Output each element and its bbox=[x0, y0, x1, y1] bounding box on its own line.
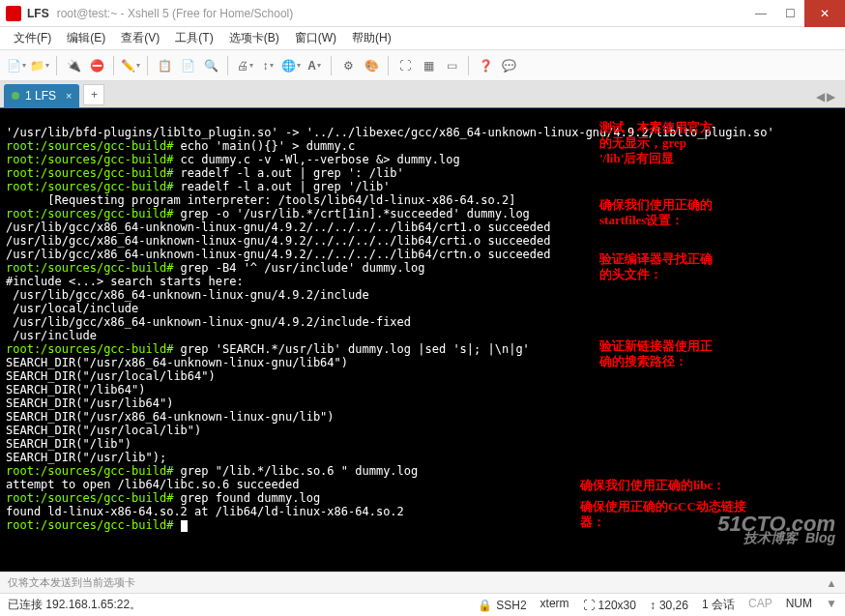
web-button[interactable]: 🌐 bbox=[280, 55, 302, 76]
add-tab-button[interactable]: + bbox=[83, 84, 104, 105]
maximize-button[interactable]: ☐ bbox=[775, 0, 804, 27]
print-button[interactable]: 🖨 bbox=[234, 55, 255, 76]
color1-button[interactable]: ⚙ bbox=[337, 55, 359, 76]
help-button[interactable]: ❓ bbox=[475, 55, 496, 76]
status-ssh: 🔒 SSH2 bbox=[478, 597, 526, 613]
annotation-2: 确保我们使用正确的 startfiles设置： bbox=[599, 197, 713, 228]
status-pos: ↕ 30,26 bbox=[650, 597, 688, 613]
tab-nav: ◀ ▶ bbox=[816, 90, 841, 107]
info-text: 仅将文本发送到当前选项卡 bbox=[8, 575, 135, 590]
status-sess: 1 会话 bbox=[702, 597, 735, 613]
annotation-3: 验证编译器寻找正确 的头文件： bbox=[599, 251, 713, 282]
menu-bar: 文件(F) 编辑(E) 查看(V) 工具(T) 选项卡(B) 窗口(W) 帮助(… bbox=[0, 27, 845, 50]
terminal[interactable]: '/usr/lib/bfd-plugins/liblto_plugin.so' … bbox=[0, 108, 845, 572]
chat-button[interactable]: 💬 bbox=[498, 55, 519, 76]
status-num: NUM bbox=[786, 597, 812, 613]
tab-label: 1 LFS bbox=[25, 89, 56, 103]
new-session-button[interactable]: 📄 bbox=[6, 55, 27, 76]
menu-view[interactable]: 查看(V) bbox=[115, 28, 165, 48]
reconnect-button[interactable]: 🔌 bbox=[63, 55, 84, 76]
color2-button[interactable]: 🎨 bbox=[361, 55, 382, 76]
menu-help[interactable]: 帮助(H) bbox=[346, 28, 397, 48]
title-app: LFS bbox=[27, 7, 49, 20]
tile-button[interactable]: ▦ bbox=[418, 55, 439, 76]
status-dot-icon bbox=[12, 92, 19, 100]
info-bar: 仅将文本发送到当前选项卡 ▲ bbox=[0, 572, 845, 593]
font-button[interactable]: A bbox=[304, 55, 325, 76]
annotation-6: 确保使用正确的GCC动态链接 器： bbox=[580, 499, 746, 530]
tab-next-icon[interactable]: ▶ bbox=[827, 90, 835, 103]
transfer-button[interactable]: ↕ bbox=[257, 55, 278, 76]
cursor bbox=[181, 520, 188, 532]
tab-prev-icon[interactable]: ◀ bbox=[816, 90, 825, 103]
toolbar: 📄 📁 🔌 ⛔ ✏️ 📋 📄 🔍 🖨 ↕ 🌐 A ⚙ 🎨 ⛶ ▦ ▭ ❓ 💬 bbox=[0, 50, 845, 81]
menu-file[interactable]: 文件(F) bbox=[8, 28, 57, 48]
tab-close-icon[interactable]: × bbox=[66, 90, 72, 102]
menu-tools[interactable]: 工具(T) bbox=[169, 28, 219, 48]
session-tab[interactable]: 1 LFS × bbox=[4, 84, 79, 107]
status-conn: 已连接 192.168.1.65:22。 bbox=[8, 597, 141, 613]
find-button[interactable]: 🔍 bbox=[200, 55, 221, 76]
status-term: xterm bbox=[540, 597, 569, 613]
minimize-button[interactable]: — bbox=[746, 0, 775, 27]
status-size: ⛶ 120x30 bbox=[583, 597, 636, 613]
scroll-down-icon[interactable]: ▼ bbox=[826, 597, 837, 613]
menu-window[interactable]: 窗口(W) bbox=[289, 28, 342, 48]
title-sub: root@test:~ - Xshell 5 (Free for Home/Sc… bbox=[57, 7, 746, 20]
menu-tabs[interactable]: 选项卡(B) bbox=[223, 28, 285, 48]
paste-button[interactable]: 📄 bbox=[177, 55, 198, 76]
app-icon bbox=[6, 6, 21, 21]
annotation-4: 验证新链接器使用正 确的搜索路径： bbox=[599, 338, 713, 369]
close-button[interactable]: ✕ bbox=[804, 0, 845, 27]
scroll-up-icon[interactable]: ▲ bbox=[826, 577, 837, 589]
fullscreen-button[interactable]: ⛶ bbox=[394, 55, 416, 76]
disconnect-button[interactable]: ⛔ bbox=[86, 55, 107, 76]
annotation-1: 测试，本案使用官方 的无显示，grep '/lib'后有回显 bbox=[599, 120, 713, 166]
annotation-5: 确保我们使用正确的libc： bbox=[580, 478, 725, 493]
copy-button[interactable]: 📋 bbox=[154, 55, 175, 76]
menu-edit[interactable]: 编辑(E) bbox=[61, 28, 111, 48]
highlight-button[interactable]: ✏️ bbox=[120, 55, 141, 76]
cascade-button[interactable]: ▭ bbox=[441, 55, 462, 76]
open-button[interactable]: 📁 bbox=[29, 55, 50, 76]
status-cap: CAP bbox=[748, 597, 772, 613]
tab-bar: 1 LFS × + ◀ ▶ bbox=[0, 81, 845, 108]
window-titlebar: LFS root@test:~ - Xshell 5 (Free for Hom… bbox=[0, 0, 845, 27]
status-bar: 已连接 192.168.1.65:22。 🔒 SSH2 xterm ⛶ 120x… bbox=[0, 593, 845, 616]
